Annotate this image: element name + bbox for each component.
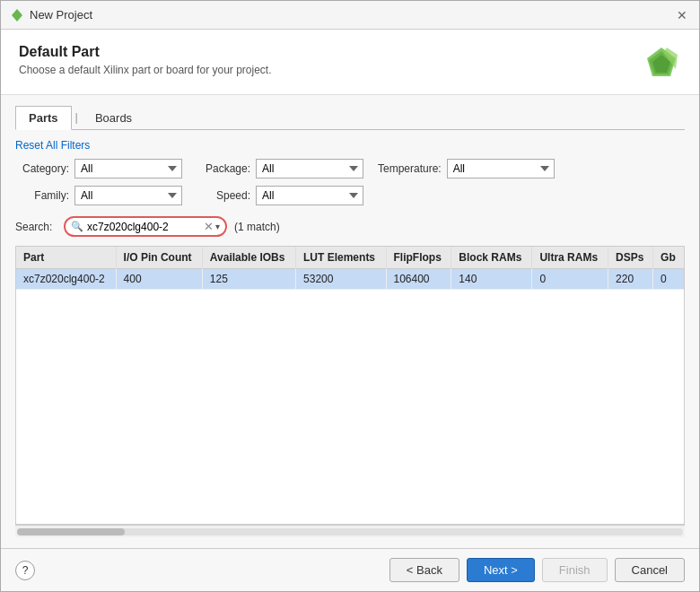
family-select[interactable]: All Artix-7 Kintex-7 Virtex-7 Zynq-7000 (74, 186, 182, 205)
parts-table: Part I/O Pin Count Available IOBs LUT El… (16, 247, 684, 290)
help-button[interactable]: ? (15, 561, 35, 580)
filters-row-2: Family: All Artix-7 Kintex-7 Virtex-7 Zy… (15, 186, 685, 205)
app-icon (10, 8, 24, 22)
footer-bar: ? < Back Next > Finish Cancel (1, 548, 699, 591)
cell-available-iobs: 125 (202, 269, 295, 290)
header-text: Default Part Choose a default Xilinx par… (19, 44, 271, 76)
cell-lut-elements: 53200 (296, 269, 386, 290)
cell-block-rams: 140 (451, 269, 532, 290)
col-header-gb[interactable]: Gb (653, 247, 684, 269)
page-title: Default Part (19, 44, 271, 60)
search-input-wrapper: 🔍 ✕ ▾ (64, 216, 227, 237)
package-filter-group: Package: All CLG400 CLG484 (197, 159, 363, 178)
search-dropdown-icon[interactable]: ▾ (215, 222, 220, 231)
search-clear-icon[interactable]: ✕ (204, 220, 214, 233)
scrollbar-track (17, 528, 683, 535)
next-button[interactable]: Next > (467, 558, 535, 582)
reset-filters-link[interactable]: Reset All Filters (15, 139, 685, 152)
footer-left: ? (15, 561, 35, 580)
cancel-button[interactable]: Cancel (615, 558, 685, 582)
cell-io-pin-count: 400 (116, 269, 202, 290)
finish-button: Finish (542, 558, 608, 582)
xilinx-logo (642, 44, 681, 83)
temperature-label: Temperature: (378, 162, 442, 175)
col-header-part[interactable]: Part (16, 247, 116, 269)
tabs-row: Parts | Boards (15, 106, 685, 130)
cell-flipflops: 106400 (386, 269, 451, 290)
speed-filter-group: Speed: All -1 -2 -3 (197, 186, 363, 205)
page-subtitle: Choose a default Xilinx part or board fo… (19, 64, 271, 76)
filters-row-1: Category: All Artix Kintex Virtex Zynq P… (15, 159, 685, 178)
main-window: New Project ✕ Default Part Choose a defa… (0, 0, 700, 592)
table-header-row: Part I/O Pin Count Available IOBs LUT El… (16, 247, 684, 269)
temperature-filter-group: Temperature: All Commercial Industrial (378, 159, 555, 178)
package-select[interactable]: All CLG400 CLG484 (256, 159, 363, 178)
close-button[interactable]: ✕ (674, 7, 690, 23)
col-header-block-rams[interactable]: Block RAMs (451, 247, 532, 269)
tab-parts[interactable]: Parts (15, 106, 72, 130)
search-row: Search: 🔍 ✕ ▾ (1 match) (15, 216, 685, 237)
back-button[interactable]: < Back (389, 558, 459, 582)
speed-label: Speed: (197, 189, 250, 202)
cell-gb: 0 (653, 269, 684, 290)
family-filter-group: Family: All Artix-7 Kintex-7 Virtex-7 Zy… (15, 186, 182, 205)
family-label: Family: (15, 189, 69, 202)
col-header-available-iobs[interactable]: Available IOBs (202, 247, 295, 269)
cell-part: xc7z020clg400-2 (16, 269, 116, 290)
header-section: Default Part Choose a default Xilinx par… (1, 30, 699, 95)
package-label: Package: (197, 162, 250, 175)
col-header-lut-elements[interactable]: LUT Elements (296, 247, 386, 269)
parts-table-container: Part I/O Pin Count Available IOBs LUT El… (15, 246, 685, 525)
content-area: Default Part Choose a default Xilinx par… (1, 30, 699, 548)
search-icon: 🔍 (71, 221, 83, 232)
category-filter-group: Category: All Artix Kintex Virtex Zynq (15, 159, 182, 178)
col-header-dsps[interactable]: DSPs (608, 247, 653, 269)
search-input[interactable] (87, 221, 204, 233)
table-row[interactable]: xc7z020clg400-2 400 125 53200 106400 140… (16, 269, 684, 290)
tab-separator: | (75, 110, 78, 126)
col-header-ultra-rams[interactable]: Ultra RAMs (532, 247, 608, 269)
category-label: Category: (15, 162, 69, 175)
col-header-flipflops[interactable]: FlipFlops (386, 247, 451, 269)
cell-ultra-rams: 0 (532, 269, 608, 290)
tab-boards[interactable]: Boards (82, 106, 145, 129)
footer-right: < Back Next > Finish Cancel (389, 558, 685, 582)
match-count: (1 match) (234, 221, 280, 233)
speed-select[interactable]: All -1 -2 -3 (256, 186, 363, 205)
title-bar-left: New Project (10, 8, 92, 22)
horizontal-scrollbar[interactable] (15, 525, 685, 537)
title-bar: New Project ✕ (1, 1, 699, 30)
col-header-io-pin-count[interactable]: I/O Pin Count (116, 247, 202, 269)
main-panel: Parts | Boards Reset All Filters Categor… (1, 95, 699, 548)
scrollbar-thumb[interactable] (17, 528, 125, 535)
window-title: New Project (30, 8, 92, 22)
category-select[interactable]: All Artix Kintex Virtex Zynq (74, 159, 182, 178)
cell-dsps: 220 (608, 269, 653, 290)
temperature-select[interactable]: All Commercial Industrial (447, 159, 555, 178)
svg-marker-0 (12, 9, 22, 22)
search-label: Search: (15, 221, 57, 233)
